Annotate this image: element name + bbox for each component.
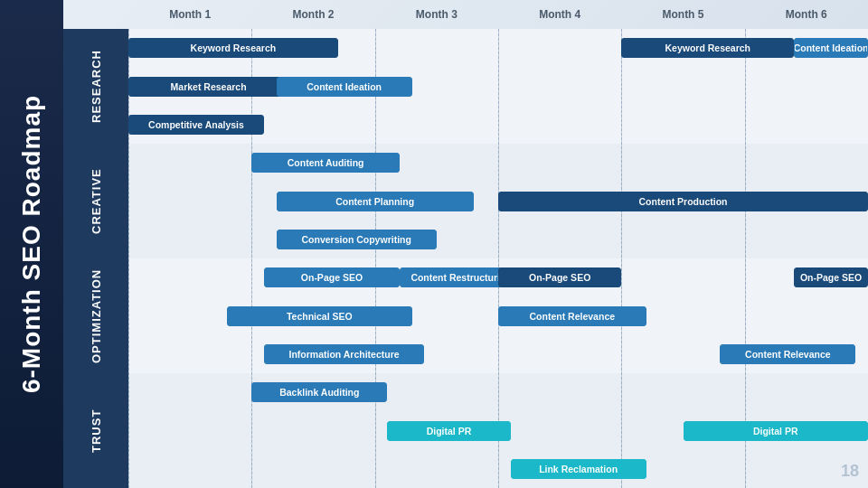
month-label-3: Month 3 [375,8,498,21]
month-label-2: Month 2 [251,8,374,21]
month-label-6: Month 6 [745,8,868,21]
month-label-1: Month 1 [128,8,251,21]
bars-container: Keyword ResearchMarket ResearchContent I… [128,29,868,488]
bar-optimization-16: Content Relevance [720,344,855,364]
month-label-4: Month 4 [498,8,621,21]
watermark: 18 [841,462,859,481]
bar-optimization-17: On-Page SEO [794,267,868,287]
bar-creative-7: Content Planning [277,192,474,211]
months-header: Month 1Month 2Month 3Month 4Month 5Month… [63,0,868,29]
bar-optimization-12: Technical SEO [227,306,412,326]
bar-research-3: Competitive Analysis [128,115,264,135]
bar-creative-9: Content Production [498,192,868,211]
section-label-creative: Creative [63,144,128,258]
chart-area: Month 1Month 2Month 3Month 4Month 5Month… [63,0,868,488]
bar-trust-18: Backlink Auditing [251,382,387,402]
section-label-research: Research [63,29,128,144]
section-label-trust: Trust [63,373,128,488]
bar-research-5: Content Ideation [794,38,868,58]
bar-research-2: Content Ideation [277,77,412,97]
bar-research-4: Keyword Research [621,38,794,58]
bar-optimization-13: Content Relevance [498,306,646,326]
section-label-optimization: Optimization [63,258,128,373]
bar-trust-19: Digital PR [387,421,510,441]
main-title: 6-Month SEO Roadmap [17,95,46,393]
bar-research-1: Market Research [128,77,288,97]
bar-creative-8: Conversion Copywriting [277,230,437,249]
bar-trust-21: Digital PR [684,421,869,441]
bar-optimization-14: Information Architecture [264,344,424,364]
month-label-5: Month 5 [621,8,744,21]
bar-research-0: Keyword Research [128,38,338,58]
bar-creative-6: Content Auditing [251,153,400,173]
bar-trust-20: Link Reclamation [511,459,646,479]
title-vertical: 6-Month SEO Roadmap [0,0,63,488]
sections-column: ResearchCreativeOptimizationTrust [63,29,128,488]
bar-optimization-15: On-Page SEO [498,267,621,287]
bar-optimization-10: On-Page SEO [264,267,400,287]
